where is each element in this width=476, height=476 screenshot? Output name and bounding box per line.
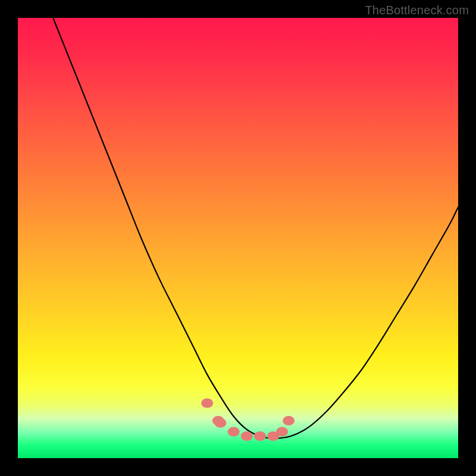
bottleneck-curve	[53, 18, 458, 439]
marker-dot	[283, 416, 295, 425]
marker-dot	[241, 431, 253, 441]
curve-layer	[18, 18, 458, 458]
plot-area	[18, 18, 458, 458]
marker-dot	[214, 418, 226, 428]
marker-dot	[201, 399, 213, 408]
marker-dot	[228, 427, 240, 437]
watermark-text: TheBottleneck.com	[365, 4, 469, 17]
chart-frame: TheBottleneck.com	[0, 0, 476, 476]
marker-dot	[254, 431, 266, 441]
marker-dot	[276, 427, 288, 437]
bottom-markers	[201, 399, 295, 441]
